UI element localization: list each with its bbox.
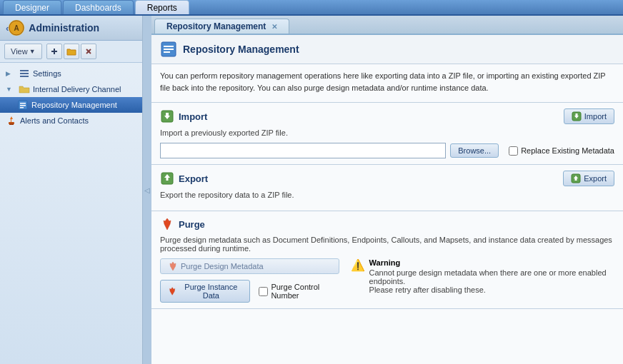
svg-text:A: A <box>14 24 19 32</box>
purge-design-metadata-button[interactable]: Purge Design Metadata <box>160 258 339 274</box>
tab-reports-label: Reports <box>147 3 177 13</box>
sidebar-item-alerts[interactable]: Alerts and Contacts <box>0 113 142 128</box>
rm-title: Repository Management <box>183 44 299 55</box>
export-button[interactable]: Export <box>563 171 614 186</box>
svg-rect-12 <box>20 107 24 108</box>
tab-dashboards-label: Dashboards <box>75 3 121 13</box>
sidebar-item-repository-management[interactable]: Repository Management <box>0 97 142 113</box>
purge-design-icon <box>168 261 178 271</box>
idc-folder-icon <box>19 84 30 95</box>
sidebar-item-settings[interactable]: ▶ Settings <box>0 66 142 81</box>
alerts-label: Alerts and Contacts <box>20 116 89 125</box>
sidebar-resize-handle[interactable]: ◁ <box>143 16 151 364</box>
repo-mgmt-icon <box>17 99 29 111</box>
purge-title: Purge <box>179 219 205 230</box>
import-description: Import a previously exported ZIP file. <box>160 128 614 137</box>
svg-rect-18 <box>164 51 170 53</box>
warning-title: Warning <box>369 258 614 267</box>
purge-buttons-area: Purge Design Metadata Purge Instance Dat… <box>160 258 614 303</box>
settings-label: Settings <box>33 69 61 78</box>
purge-control-row: Purge Control Number <box>259 283 339 300</box>
export-description: Export the repository data to a ZIP file… <box>160 191 614 199</box>
content-body: Repository Management You can perform re… <box>151 35 623 364</box>
svg-rect-10 <box>20 103 26 104</box>
alerts-icon <box>6 115 17 126</box>
import-file-input[interactable] <box>160 143 446 158</box>
import-button-icon <box>572 111 582 121</box>
replace-metadata-label: Replace Existing Metadata <box>521 146 614 155</box>
warning-text-block: Warning Cannot purge design metadata whe… <box>369 258 614 294</box>
warning-icon: ⚠️ <box>351 258 365 272</box>
svg-rect-7 <box>20 73 29 74</box>
tab-dashboards[interactable]: Dashboards <box>63 0 134 14</box>
import-button[interactable]: Import <box>564 108 614 124</box>
export-button-icon <box>571 173 581 183</box>
purge-section: Purge Purge design metadata such as Docu… <box>151 211 623 309</box>
content-area: Repository Management ✕ Repository Manag… <box>151 16 623 364</box>
close-button[interactable] <box>81 44 96 59</box>
settings-icon <box>19 68 30 79</box>
export-section-header: Export Export <box>160 171 614 186</box>
import-file-row: Browse... Replace Existing Metadata <box>160 143 614 158</box>
sidebar-nav: ▶ Settings ▼ Internal Delivery Channel <box>0 63 142 364</box>
sidebar: ‹ A Administration View ▼ <box>0 16 143 364</box>
purge-left-column: Purge Design Metadata Purge Instance Dat… <box>160 258 339 303</box>
main-layout: ‹ A Administration View ▼ <box>0 16 623 364</box>
svg-rect-6 <box>20 70 29 71</box>
import-title: Import <box>179 111 207 122</box>
purge-instance-data-button[interactable]: Purge Instance Data <box>160 280 250 303</box>
repo-mgmt-label: Repository Management <box>31 101 117 109</box>
folder-button[interactable] <box>64 44 79 59</box>
tab-designer-label: Designer <box>15 3 49 13</box>
replace-metadata-row: Replace Existing Metadata <box>509 146 614 156</box>
sidebar-header: ‹ A Administration <box>0 16 142 41</box>
purge-section-header: Purge <box>160 217 614 231</box>
import-section: Import Import Import a previously export… <box>151 103 623 165</box>
purge-instance-row: Purge Instance Data Purge Control Number <box>160 280 339 303</box>
tab-reports[interactable]: Reports <box>135 0 189 14</box>
import-section-icon <box>160 109 174 123</box>
warning-line2: Please retry after disabling these. <box>369 285 614 294</box>
rm-section-header: Repository Management <box>151 35 623 64</box>
sidebar-item-internal-delivery[interactable]: ▼ Internal Delivery Channel <box>0 81 142 97</box>
export-section: Export Export Export the repository data… <box>151 165 623 211</box>
svg-rect-11 <box>20 105 26 106</box>
svg-rect-16 <box>164 46 174 47</box>
idc-expand-icon: ▼ <box>6 86 16 93</box>
top-tab-bar: Designer Dashboards Reports <box>0 0 623 16</box>
purge-instance-icon <box>168 286 176 296</box>
rm-description: You can perform repository management op… <box>151 64 623 103</box>
admin-logo-icon: A <box>9 20 24 36</box>
purge-section-icon <box>160 217 174 231</box>
browse-button[interactable]: Browse... <box>450 143 499 158</box>
rm-header-icon <box>160 41 177 58</box>
idc-label: Internal Delivery Channel <box>33 85 121 93</box>
export-section-icon <box>160 171 174 186</box>
sidebar-title: Administration <box>29 22 99 34</box>
content-tab-repo-mgmt[interactable]: Repository Management ✕ <box>154 19 289 34</box>
purge-control-number-checkbox[interactable] <box>259 287 268 296</box>
warning-box: ⚠️ Warning Cannot purge design metadata … <box>351 258 614 294</box>
import-section-header: Import Import <box>160 108 614 124</box>
view-dropdown-button[interactable]: View ▼ <box>4 44 42 59</box>
content-tab-bar: Repository Management ✕ <box>151 16 623 35</box>
content-tab-close-icon[interactable]: ✕ <box>271 23 277 31</box>
tab-designer[interactable]: Designer <box>3 0 61 14</box>
warning-line1: Cannot purge design metadata when there … <box>369 268 614 285</box>
purge-control-number-label: Purge Control Number <box>271 283 339 300</box>
svg-rect-8 <box>20 76 29 77</box>
replace-metadata-checkbox[interactable] <box>509 146 518 156</box>
settings-expand-icon: ▶ <box>6 70 16 77</box>
purge-description: Purge design metadata such as Document D… <box>160 236 614 253</box>
sidebar-toolbar: View ▼ <box>0 41 142 63</box>
view-chevron-icon: ▼ <box>29 48 36 55</box>
svg-rect-17 <box>164 49 174 50</box>
export-title: Export <box>179 173 208 184</box>
add-button[interactable] <box>46 44 62 59</box>
svg-rect-14 <box>9 123 14 125</box>
